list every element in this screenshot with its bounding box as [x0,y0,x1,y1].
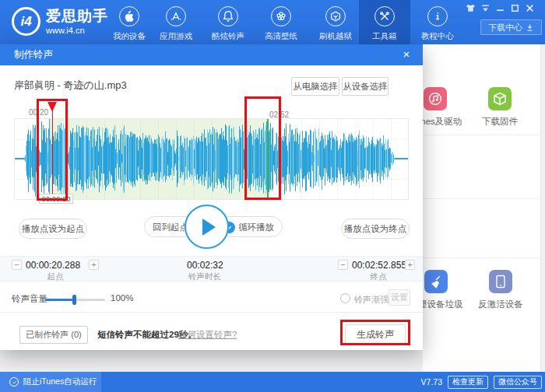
panel-divider [423,257,540,258]
song-filename: 岸部眞明 - 奇迹の山.mp3 [14,79,127,93]
fade-in-radio[interactable] [340,293,350,303]
maximize-icon[interactable] [510,3,520,13]
topnav-label: 应用游戏 [151,31,201,42]
app-logo: i4 爱思助手 www.i4.cn [12,7,108,36]
how-to-set-ringtone-link[interactable]: 如何设置铃声? [178,329,237,341]
topnav-label: 工具箱 [359,31,410,42]
download-center-button[interactable]: 下载中心 [480,19,542,35]
toolbox-icon [374,6,395,26]
deactivate-icon[interactable] [489,270,512,293]
version-label: V7.73 [421,377,442,387]
block-itunes-toggle[interactable]: 阻止iTunes自动运行 [0,372,101,392]
back-to-start-label: 回到起点 [153,222,188,233]
appstore-icon [166,6,186,26]
start-time-value[interactable]: 00:00:20.288 [26,260,80,271]
select-from-device-button[interactable]: 从设备选择 [342,77,389,96]
topnav-label: 高清壁纸 [256,31,306,42]
volume-label: 铃声音量 [12,293,47,305]
wechat-account-button[interactable]: 微信公众号 [494,376,542,389]
skin-theme-icon[interactable] [466,3,476,13]
jailbreak-icon [325,6,346,26]
toolbox-background-panel: iTunes及驱动下载固件清理设备垃圾反激活设备 [423,44,541,372]
selection-start-time-label: 00:20 [29,108,48,117]
volume-slider[interactable] [45,299,105,301]
selection-end-line[interactable] [267,119,269,199]
dialog-header: 制作铃声 × [0,44,423,65]
topnav-bell[interactable]: 酷炫铃声 [203,0,253,44]
play-icon [202,219,216,236]
playhead-time-label: 00:00:20 [39,194,73,204]
volume-slider-fill [45,299,74,301]
bell-icon [218,6,238,26]
volume-slider-handle[interactable] [72,295,76,305]
made-ringtones-button[interactable]: 已制作铃声 (0) [19,326,88,344]
play-button[interactable] [185,205,229,249]
fade-settings-button[interactable]: 设置 [389,289,410,306]
end-time-value[interactable]: 00:02:52.855 [352,260,406,271]
info-icon [427,6,448,26]
toolbox-item-label: 清理设备垃圾 [423,299,463,310]
selection-end-time-label: 02:52 [269,110,289,119]
topnav-appstore[interactable]: 应用游戏 [151,0,201,44]
panel-divider [423,198,540,199]
status-bar: 阻止iTunes自动运行 V7.73 检查更新 微信公众号 [0,372,545,392]
apple-icon [119,6,139,26]
duration-value: 00:02:32 [187,260,223,271]
set-playpoint-as-end-button[interactable]: 播放点设为终点 [341,219,410,239]
app-window: iTunes及驱动下载固件清理设备垃圾反激活设备 i4 爱思助手 www.i4.… [0,0,545,392]
close-window-icon[interactable] [525,3,535,13]
footer-divider [0,312,423,313]
duration-caption: 铃声时长 [188,271,221,282]
end-minus-stepper[interactable]: − [338,260,348,270]
volume-percent: 100% [111,293,133,303]
panel-divider [423,135,540,135]
start-time-caption: 起点 [47,271,64,282]
loop-play-toggle[interactable]: 循环播放 [223,217,274,238]
dialog-close-icon[interactable]: × [399,47,413,61]
wallpaper-icon [271,6,291,26]
menu-caret-icon[interactable] [480,3,490,13]
topnav-label: 教程中心 [413,31,462,42]
dialog-title: 制作铃声 [14,48,53,61]
app-subtitle: www.i4.cn [46,26,108,35]
select-from-computer-button[interactable]: 从电脑选择 [291,77,339,96]
firmware-icon[interactable] [488,87,512,110]
top-navigation-bar: i4 爱思助手 www.i4.cn 我的设备应用游戏酷炫铃声高清壁纸刷机越狱工具… [0,0,545,44]
loop-play-label: 循环播放 [238,222,274,233]
topnav-label: 酷炫铃声 [203,31,253,42]
topnav-wallpaper[interactable]: 高清壁纸 [256,0,306,44]
topnav-info[interactable]: 教程中心 [413,0,462,44]
check-circle-icon [9,377,19,387]
toolbox-item-label: iTunes及驱动 [423,116,462,128]
start-plus-stepper[interactable]: + [89,260,99,270]
set-playpoint-as-start-button[interactable]: 播放点设为起点 [19,219,87,239]
end-time-caption: 终点 [371,271,387,282]
toolbox-item-label: 下载固件 [482,116,518,128]
time-settings-band: − 00:00:20.288 + 起点 00:02:32 铃声时长 − 00:0… [0,256,423,282]
toolbox-item-label: 反激活设备 [478,299,523,310]
generate-ringtone-button[interactable]: 生成铃声 [345,324,406,345]
itunes-driver-icon[interactable] [424,87,447,110]
app-title: 爱思助手 [46,9,108,23]
end-plus-stepper[interactable]: + [405,260,415,270]
topnav-toolbox[interactable]: 工具箱 [359,0,410,44]
topnav-jailbreak[interactable]: 刷机越狱 [311,0,360,44]
start-minus-stepper[interactable]: − [12,260,22,270]
make-ringtone-dialog: 制作铃声 × 岸部眞明 - 奇迹の山.mp3 从电脑选择 从设备选择 00:20… [0,44,423,350]
clean-junk-icon[interactable] [424,270,448,293]
i4-logo-icon: i4 [12,7,40,36]
waveform-panel [14,118,409,200]
playhead-line[interactable] [52,111,54,200]
check-update-button[interactable]: 检查更新 [448,376,488,389]
block-itunes-label: 阻止iTunes自动运行 [23,376,97,387]
minimize-icon[interactable] [495,3,505,13]
waveform-canvas[interactable] [15,119,408,199]
topnav-apple[interactable]: 我的设备 [104,0,154,44]
topnav-label: 我的设备 [104,31,154,42]
topnav-label: 刷机越狱 [311,31,360,42]
download-center-label: 下载中心 [488,22,522,33]
download-icon [526,23,534,32]
window-controls [466,3,535,13]
